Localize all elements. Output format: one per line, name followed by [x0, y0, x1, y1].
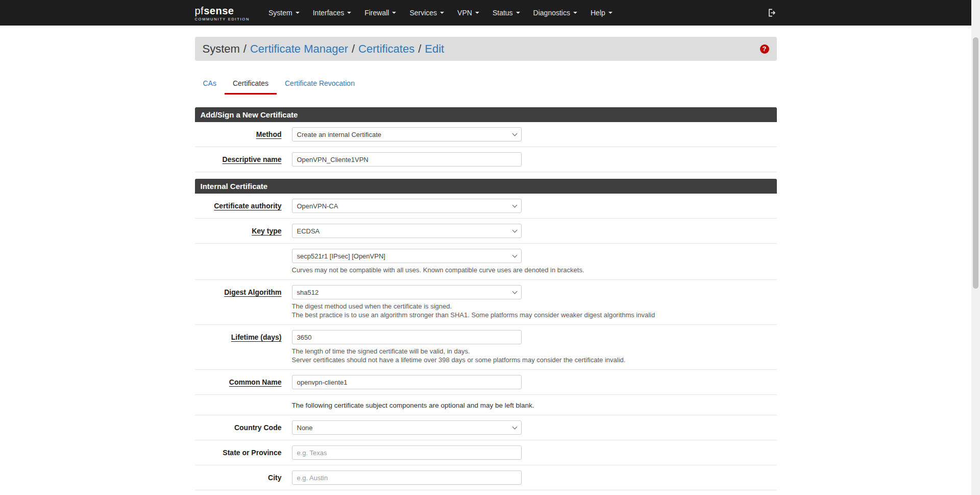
panel-add-sign-certificate: Add/Sign a New Certificate Method Create…	[195, 107, 777, 172]
scrollbar-thumb[interactable]	[973, 37, 978, 289]
tab-bar: CAs Certificates Certificate Revocation	[195, 75, 777, 95]
form-row-state: State or Province	[195, 440, 777, 465]
breadcrumb-certificate-manager[interactable]: Certificate Manager	[250, 42, 348, 56]
form-row-country-code: Country Code None	[195, 415, 777, 440]
top-navbar: pfsense COMMUNITY EDITION System Interfa…	[0, 0, 971, 26]
form-row-method: Method Create an internal Certificate	[195, 122, 777, 147]
form-row-common-name: Common Name	[195, 370, 777, 395]
menu-diagnostics[interactable]: Diagnostics	[527, 0, 584, 26]
state-label: State or Province	[195, 445, 282, 460]
subject-components-note: The following certificate subject compon…	[292, 400, 777, 410]
page: pfsense COMMUNITY EDITION System Interfa…	[0, 0, 971, 490]
breadcrumb: System / Certificate Manager / Certifica…	[195, 37, 777, 61]
country-code-select[interactable]: None	[292, 420, 522, 435]
tab-certificate-revocation[interactable]: Certificate Revocation	[277, 75, 363, 95]
descriptive-name-input[interactable]	[292, 152, 522, 167]
menu-help[interactable]: Help	[584, 0, 619, 26]
menu-vpn[interactable]: VPN	[451, 0, 486, 26]
breadcrumb-certificates[interactable]: Certificates	[358, 42, 414, 56]
main-menu: System Interfaces Firewall Services VPN …	[262, 0, 619, 26]
tab-cas[interactable]: CAs	[195, 75, 225, 95]
method-label: Method	[195, 127, 282, 142]
form-row-descriptive-name: Descriptive name	[195, 147, 777, 172]
method-select[interactable]: Create an internal Certificate	[292, 127, 522, 142]
brand-tagline: COMMUNITY EDITION	[195, 17, 250, 21]
form-row-key-type: Key type ECDSA	[195, 219, 777, 244]
form-row-certificate-authority: Certificate authority OpenVPN-CA	[195, 194, 777, 219]
logout-icon[interactable]	[767, 8, 777, 18]
city-input[interactable]	[292, 470, 522, 485]
help-icon[interactable]: ?	[760, 44, 769, 54]
certificate-authority-select[interactable]: OpenVPN-CA	[292, 199, 522, 213]
form-row-lifetime: Lifetime (days) The length of time the s…	[195, 325, 777, 370]
country-code-label: Country Code	[195, 420, 282, 435]
certificate-authority-label: Certificate authority	[195, 199, 282, 213]
city-label: City	[195, 470, 282, 485]
curve-help-text: Curves may not be compatible with all us…	[292, 266, 777, 274]
pfsense-logo[interactable]: pfsense COMMUNITY EDITION	[195, 5, 250, 21]
state-input[interactable]	[292, 445, 522, 460]
breadcrumb-edit[interactable]: Edit	[425, 42, 444, 56]
page-scrollbar[interactable]	[971, 0, 980, 495]
descriptive-name-label: Descriptive name	[195, 152, 282, 167]
tab-certificates[interactable]: Certificates	[225, 75, 277, 95]
chevron-down-icon	[475, 12, 479, 14]
chevron-down-icon	[296, 12, 300, 14]
digest-algorithm-label: Digest Algorithm	[195, 285, 282, 319]
chevron-down-icon	[516, 12, 520, 14]
form-row-city: City	[195, 465, 777, 490]
panel-internal-certificate: Internal Certificate Certificate authori…	[195, 179, 777, 490]
menu-system[interactable]: System	[262, 0, 306, 26]
common-name-input[interactable]	[292, 375, 522, 389]
chevron-down-icon	[573, 12, 577, 14]
form-row-curve: secp521r1 [IPsec] [OpenVPN] Curves may n…	[195, 244, 777, 280]
chevron-down-icon	[392, 12, 396, 14]
lifetime-label: Lifetime (days)	[195, 330, 282, 364]
breadcrumb-section: System	[203, 42, 240, 56]
spacer-label	[195, 249, 282, 274]
panel-title: Internal Certificate	[195, 179, 777, 194]
menu-status[interactable]: Status	[486, 0, 527, 26]
key-type-label: Key type	[195, 224, 282, 238]
menu-interfaces[interactable]: Interfaces	[306, 0, 358, 26]
lifetime-help-text: The length of time the signed certificat…	[292, 347, 777, 364]
curve-select[interactable]: secp521r1 [IPsec] [OpenVPN]	[292, 249, 522, 263]
form-row-digest-algorithm: Digest Algorithm sha512 The digest metho…	[195, 280, 777, 325]
key-type-select[interactable]: ECDSA	[292, 224, 522, 238]
digest-help-text: The digest method used when the certific…	[292, 302, 777, 319]
digest-algorithm-select[interactable]: sha512	[292, 285, 522, 299]
spacer-label	[195, 400, 282, 410]
menu-services[interactable]: Services	[403, 0, 451, 26]
brand-name: pfsense	[195, 6, 250, 16]
chevron-down-icon	[440, 12, 444, 14]
lifetime-input[interactable]	[292, 330, 522, 344]
common-name-label: Common Name	[195, 375, 282, 389]
chevron-down-icon	[608, 12, 612, 14]
chevron-down-icon	[347, 12, 351, 14]
form-row-subject-note: The following certificate subject compon…	[195, 395, 777, 415]
panel-title: Add/Sign a New Certificate	[195, 107, 777, 122]
menu-firewall[interactable]: Firewall	[358, 0, 403, 26]
